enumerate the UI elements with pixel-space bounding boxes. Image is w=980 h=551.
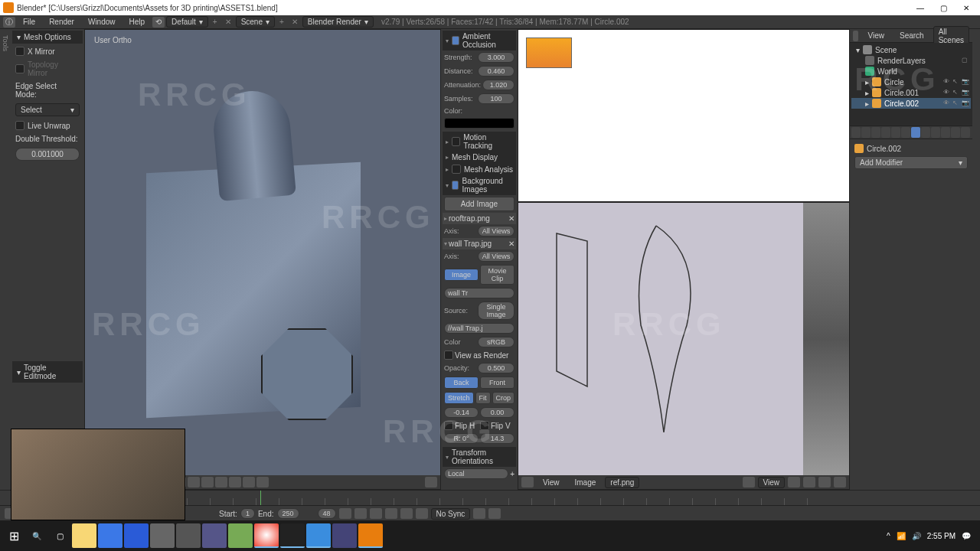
tree-circle[interactable]: ▸ Circle👁↖📷 (851, 77, 971, 87)
prop-tab-scene-icon[interactable] (871, 127, 880, 138)
render-engine-dropdown[interactable]: Blender Render▾ (302, 16, 374, 28)
bg-images-header[interactable]: ▾Background Images (443, 175, 516, 195)
img-channel-g-icon[interactable] (803, 477, 815, 487)
mesh-analysis-checkbox[interactable] (452, 165, 461, 174)
edge-select-dropdown[interactable]: Select▾ (15, 103, 80, 116)
transform-orientation-local[interactable]: Local (444, 468, 508, 479)
img-channel-r-icon[interactable] (788, 477, 800, 487)
back-to-previous-icon[interactable]: ⟲ (152, 17, 165, 28)
menu-file[interactable]: File (17, 16, 41, 28)
motion-tracking-checkbox[interactable] (452, 137, 460, 146)
bg2-image-datablock[interactable]: wall Tr (444, 288, 514, 298)
mesh-analysis-header[interactable]: ▸Mesh Analysis (443, 163, 516, 175)
eye-icon[interactable]: 👁 (943, 89, 951, 96)
prop-tab-data-icon[interactable] (921, 127, 930, 138)
outliner-editor-icon[interactable] (853, 31, 858, 41)
shading-mode-icon[interactable] (425, 477, 437, 487)
delete-screen-button[interactable]: ✕ (222, 18, 234, 26)
prop-tab-object-icon[interactable] (891, 127, 900, 138)
prop-tab-modifiers-icon[interactable] (911, 127, 920, 138)
bg-images-checkbox[interactable] (452, 181, 459, 190)
keyframe-next-icon[interactable] (400, 508, 413, 519)
delete-scene-button[interactable]: ✕ (289, 18, 301, 26)
bg2-flip-v-checkbox[interactable] (480, 421, 489, 430)
bg2-filepath[interactable]: //wall Trap.j (444, 323, 514, 334)
app-icon-3[interactable] (202, 523, 227, 548)
bg-image-1-remove-icon[interactable]: ✕ (508, 214, 514, 223)
file-explorer-icon[interactable] (72, 523, 96, 548)
bg2-flip-h-checkbox[interactable] (444, 421, 453, 430)
chrome-icon[interactable] (254, 523, 279, 548)
app-icon-5[interactable] (306, 523, 331, 548)
snap-icon[interactable] (229, 477, 241, 487)
proportional-edit-icon[interactable] (215, 477, 227, 487)
bg2-view-as-render-checkbox[interactable] (444, 350, 453, 360)
add-modifier-button[interactable]: Add Modifier▾ (854, 156, 968, 169)
play-reverse-icon[interactable] (370, 508, 382, 519)
bg-image-2-name[interactable]: wall Trap.jpg (449, 240, 507, 248)
eye-icon[interactable]: 👁 (943, 78, 951, 86)
camera-icon[interactable]: 📷 (962, 89, 969, 96)
bg2-fit-button[interactable]: Fit (475, 392, 491, 404)
photoshop-icon[interactable] (124, 523, 149, 548)
app-icon-6[interactable] (332, 523, 357, 548)
tree-circle-002[interactable]: ▸ Circle.002👁↖📷 (851, 98, 971, 109)
play-icon[interactable] (385, 508, 397, 519)
current-frame-field[interactable]: 48 (318, 508, 336, 519)
bg2-image-tab[interactable]: Image (444, 269, 479, 281)
ao-samples-field[interactable]: 100 (478, 93, 514, 104)
bg1-axis-dropdown[interactable]: All Views (478, 226, 514, 236)
start-button[interactable]: ⊞ (3, 525, 24, 546)
tray-chevron-icon[interactable]: ^ (887, 532, 890, 540)
eye-icon[interactable]: 👁 (943, 99, 951, 107)
tray-clock[interactable]: 2:55 PM (927, 532, 956, 540)
x-mirror-checkbox[interactable] (15, 47, 24, 56)
bg2-opacity-field[interactable]: 0.500 (478, 363, 514, 373)
prop-tab-renderlayers-icon[interactable] (861, 127, 871, 138)
jump-end-icon[interactable] (416, 508, 428, 519)
cursor-icon[interactable]: ↖ (952, 78, 960, 86)
bg2-movie-tab[interactable]: Movie Clip (480, 265, 514, 285)
ao-section-header[interactable]: ▾Ambient Occlusion (443, 31, 516, 51)
keying-set-icon[interactable] (488, 508, 501, 519)
bg2-crop-button[interactable]: Crop (492, 392, 515, 404)
tray-volume-icon[interactable]: 🔊 (912, 532, 921, 540)
mesh-display-header[interactable]: ▸Mesh Display (443, 152, 516, 163)
bg2-rotation-field[interactable]: R: 0° (444, 433, 479, 444)
bg-image-1-name[interactable]: rooftrap.png (449, 214, 507, 223)
app-icon-1[interactable] (150, 523, 175, 548)
ao-distance-field[interactable]: 0.460 (478, 66, 514, 77)
outliner-view-menu[interactable]: View (861, 30, 890, 41)
scene-dropdown[interactable]: Scene▾ (236, 16, 275, 28)
end-frame-field[interactable]: 250 (277, 508, 299, 519)
image-editor-bottom[interactable]: View Image ref.png View (518, 202, 850, 490)
camera-icon[interactable]: 📷 (962, 99, 969, 107)
info-editor-icon[interactable]: ⓘ (3, 17, 15, 28)
bg2-x-field[interactable]: -0.14 (444, 407, 479, 418)
add-orientation-icon[interactable]: + (510, 470, 514, 478)
img-editor-type-icon[interactable] (521, 477, 534, 487)
motion-tracking-header[interactable]: ▸Motion Tracking (443, 132, 516, 152)
task-view-icon[interactable]: ▢ (49, 525, 70, 546)
img-image-menu[interactable]: Image (569, 477, 603, 488)
prop-tab-material-icon[interactable] (931, 127, 940, 138)
image-editor-top[interactable] (518, 29, 850, 202)
outliner-tree[interactable]: ▾ Scene RenderLayers▢ World ▸ Circle👁↖📷 … (850, 43, 972, 126)
keyframe-prev-icon[interactable] (354, 508, 367, 519)
tab-tools[interactable]: Tools (0, 32, 11, 487)
prop-tab-texture-icon[interactable] (941, 127, 950, 138)
close-button[interactable]: ✕ (956, 1, 977, 15)
ao-color-swatch[interactable] (444, 118, 514, 129)
prop-tab-world-icon[interactable] (881, 127, 890, 138)
bg2-axis-dropdown[interactable]: All Views (478, 251, 514, 262)
img-channel-b-icon[interactable] (818, 477, 831, 487)
mesh-options-header[interactable]: ▾Mesh Options (12, 31, 83, 44)
camera-icon[interactable]: 📷 (962, 78, 969, 86)
auto-keyframe-icon[interactable] (473, 508, 485, 519)
outliner-search-menu[interactable]: Search (893, 30, 930, 41)
blender-taskbar-icon[interactable] (358, 523, 383, 548)
bg2-back-button[interactable]: Back (444, 377, 479, 389)
img-channel-a-icon[interactable] (834, 477, 846, 487)
img-datablock[interactable]: ref.png (605, 477, 639, 488)
bg2-source-dropdown[interactable]: Single Image (478, 302, 514, 320)
